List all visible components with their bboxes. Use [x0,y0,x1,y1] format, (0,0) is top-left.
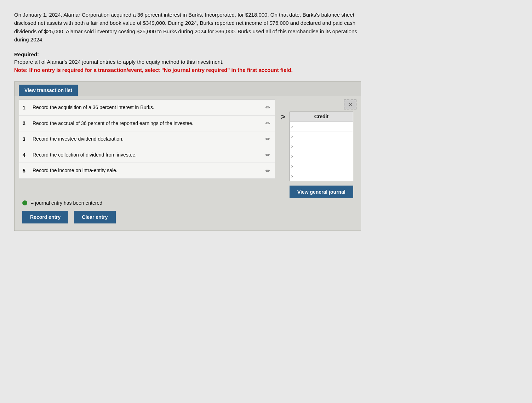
required-label: Required: [14,51,361,57]
credit-input-row: › [290,141,353,151]
credit-input-1[interactable] [294,124,354,129]
main-panel: View transaction list 1Record the acquis… [14,81,361,231]
row-desc-1: Record the acquisition of a 36 percent i… [33,104,261,111]
view-transaction-button[interactable]: View transaction list [19,85,78,96]
credit-input-6[interactable] [294,174,354,179]
row-arrow-icon: › [291,143,293,149]
edit-icon-1[interactable]: ✏ [264,104,271,111]
view-general-journal-button[interactable]: View general journal [290,186,353,198]
transaction-row-2: 2Record the accrual of 36 percent of the… [19,116,275,132]
problem-text: On January 1, 2024, Alamar Corporation a… [14,11,361,44]
close-btn-area: ✕ [279,100,356,109]
row-arrow-icon: › [291,173,293,179]
row-desc-3: Record the investee dividend declaration… [33,136,261,143]
transaction-row-1: 1Record the acquisition of a 36 percent … [19,100,275,116]
row-desc-4: Record the collection of dividend from i… [33,152,261,159]
credit-input-4[interactable] [294,153,354,159]
required-section: Required: Prepare all of Alamar's 2024 j… [14,51,361,73]
credit-input-row: › [290,151,353,161]
right-section: ✕ > Credit › [279,100,356,223]
credit-input-row: › [290,131,353,141]
transaction-list: 1Record the acquisition of a 36 percent … [19,100,275,179]
row-arrow-icon: › [291,124,293,129]
required-note: Note: If no entry is required for a tran… [14,67,361,73]
close-button[interactable]: ✕ [344,100,356,109]
credit-box: Credit › › › [290,112,353,181]
credit-input-3[interactable] [294,143,354,149]
panel-top-bar: View transaction list [15,82,361,96]
edit-icon-2[interactable]: ✏ [264,120,271,127]
credit-input-5[interactable] [294,163,354,169]
row-number-1: 1 [23,105,30,110]
credit-input-2[interactable] [294,134,354,139]
row-number-4: 4 [23,152,30,158]
right-content: > Credit › › [279,112,356,198]
row-desc-5: Record the income on intra-entity sale. [33,167,261,174]
row-desc-2: Record the accrual of 36 percent of the … [33,120,261,127]
credit-input-row: › [290,171,353,181]
row-arrow-icon: › [291,163,293,169]
credit-rows: › › › › [290,121,353,181]
row-number-3: 3 [23,136,30,142]
note-text: = journal entry has been entered [31,200,102,206]
edit-icon-3[interactable]: ✏ [264,136,271,142]
close-icon: ✕ [348,101,353,108]
credit-header: Credit [290,112,353,121]
record-entry-button[interactable]: Record entry [22,211,68,223]
row-arrow-icon: › [291,153,293,159]
credit-panel: Credit › › › [290,112,353,198]
nav-arrow-button[interactable]: > [279,112,287,122]
credit-input-row: › [290,161,353,171]
transaction-table-area: 1Record the acquisition of a 36 percent … [15,96,361,223]
transaction-row-5: 5Record the income on intra-entity sale.… [19,163,275,178]
clear-entry-button[interactable]: Clear entry [74,211,115,223]
note-row: = journal entry has been entered [19,197,275,208]
row-number-5: 5 [23,168,30,174]
edit-icon-4[interactable]: ✏ [264,152,271,158]
required-desc: Prepare all of Alamar's 2024 journal ent… [14,59,361,65]
button-row: Record entry Clear entry [19,208,275,223]
row-arrow-icon: › [291,134,293,139]
edit-icon-5[interactable]: ✏ [264,168,271,174]
left-section: 1Record the acquisition of a 36 percent … [19,100,275,223]
green-dot-icon [22,200,27,205]
credit-input-row: › [290,121,353,131]
transaction-row-4: 4Record the collection of dividend from … [19,147,275,163]
row-number-2: 2 [23,120,30,126]
transaction-row-3: 3Record the investee dividend declaratio… [19,131,275,147]
